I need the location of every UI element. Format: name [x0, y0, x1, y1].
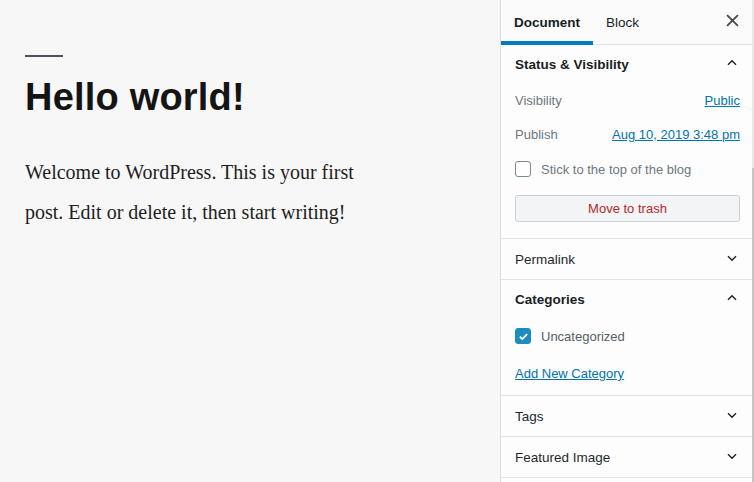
tab-block[interactable]: Block: [593, 0, 652, 44]
category-checkbox-checked[interactable]: [515, 328, 531, 344]
panel-permalink-title: Permalink: [515, 252, 575, 267]
add-new-category-link[interactable]: Add New Category: [515, 366, 624, 381]
post-paragraph-line: Welcome to WordPress. This is your first: [25, 152, 445, 192]
panel-tags-title: Tags: [515, 409, 544, 424]
panel-status-header[interactable]: Status & Visibility: [501, 45, 754, 83]
panel-tags-header[interactable]: Tags: [501, 396, 754, 436]
sidebar-tabbar: Document Block: [501, 0, 754, 45]
chevron-up-icon: [724, 290, 740, 309]
sticky-checkbox[interactable]: [515, 161, 531, 177]
sticky-checkbox-row[interactable]: Stick to the top of the blog: [515, 151, 740, 187]
panel-featured-image-title: Featured Image: [515, 450, 610, 465]
panel-categories-title: Categories: [515, 292, 585, 307]
category-checkbox-label: Uncategorized: [541, 329, 625, 344]
post-title[interactable]: Hello world!: [25, 74, 465, 120]
toolbar-dash: [25, 55, 63, 57]
panel-featured-image: Featured Image: [501, 437, 754, 478]
post-paragraph[interactable]: Welcome to WordPress. This is your first…: [25, 152, 445, 232]
chevron-down-icon: [724, 407, 740, 426]
visibility-row: Visibility Public: [515, 83, 740, 117]
panel-status-visibility: Status & Visibility Visibility Public Pu…: [501, 45, 754, 239]
panel-status-body: Visibility Public Publish Aug 10, 2019 3…: [501, 83, 754, 238]
panel-featured-image-header[interactable]: Featured Image: [501, 437, 754, 477]
tab-document[interactable]: Document: [501, 0, 593, 44]
publish-date-link[interactable]: Aug 10, 2019 3:48 pm: [612, 127, 740, 142]
publish-label: Publish: [515, 127, 558, 142]
category-checkbox-row[interactable]: Uncategorized: [515, 320, 740, 352]
visibility-value-link[interactable]: Public: [705, 93, 740, 108]
chevron-up-icon: [724, 55, 740, 74]
settings-sidebar: Document Block Status & Visibility Visib…: [500, 0, 754, 482]
visibility-label: Visibility: [515, 93, 562, 108]
close-icon: [726, 14, 739, 30]
chevron-down-icon: [724, 250, 740, 269]
post-paragraph-line: post. Edit or delete it, then start writ…: [25, 192, 445, 232]
panel-categories: Categories Uncategorized Add New Categor…: [501, 280, 754, 396]
move-to-trash-button[interactable]: Move to trash: [515, 195, 740, 222]
panel-status-title: Status & Visibility: [515, 57, 629, 72]
chevron-down-icon: [724, 448, 740, 467]
panel-permalink-header[interactable]: Permalink: [501, 239, 754, 279]
wordpress-editor: Hello world! Welcome to WordPress. This …: [0, 0, 754, 482]
panel-tags: Tags: [501, 396, 754, 437]
editor-canvas[interactable]: Hello world! Welcome to WordPress. This …: [0, 0, 500, 482]
panel-permalink: Permalink: [501, 239, 754, 280]
panel-categories-body: Uncategorized Add New Category: [501, 320, 754, 395]
close-sidebar-button[interactable]: [710, 0, 754, 44]
publish-row: Publish Aug 10, 2019 3:48 pm: [515, 117, 740, 151]
sticky-checkbox-label: Stick to the top of the blog: [541, 162, 691, 177]
panel-categories-header[interactable]: Categories: [501, 280, 754, 318]
